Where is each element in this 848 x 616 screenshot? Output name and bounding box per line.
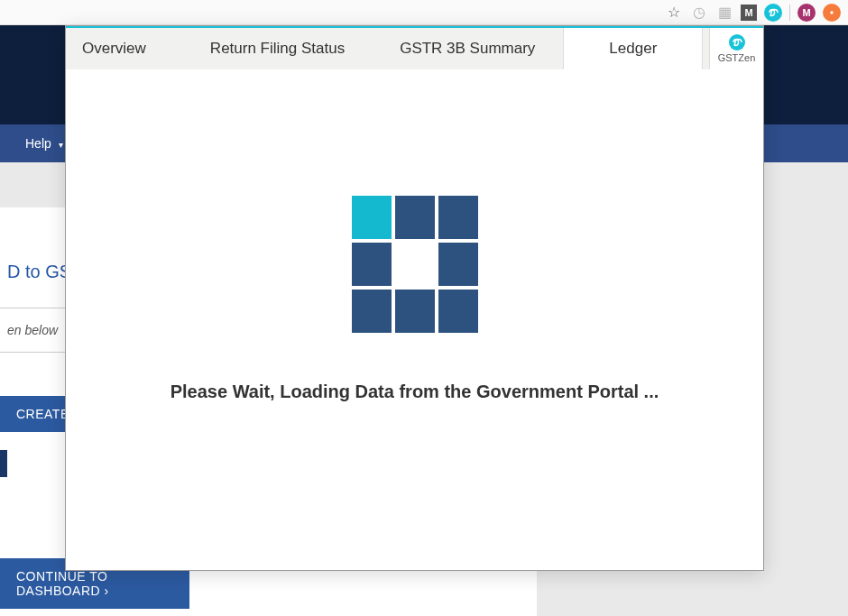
- brand-label: GSTZen: [718, 52, 756, 63]
- help-menu[interactable]: Help ▾: [25, 136, 63, 151]
- tab-return-filing-status[interactable]: Return Filing Status: [183, 28, 373, 69]
- popup-body: Please Wait, Loading Data from the Gover…: [66, 69, 763, 570]
- loader-cell: [395, 196, 435, 239]
- browser-toolbar: ☆ ◷ ▦ M M: [0, 0, 848, 25]
- tab-ledger[interactable]: Ledger: [563, 28, 703, 69]
- toolbar-divider: [789, 5, 790, 21]
- svg-point-0: [830, 11, 833, 14]
- m-extension-icon[interactable]: M: [741, 5, 757, 21]
- loading-message: Please Wait, Loading Data from the Gover…: [171, 382, 659, 402]
- exit-icon[interactable]: [823, 4, 841, 22]
- popup-tab-bar: Overview Return Filing Status GSTR 3B Su…: [66, 26, 763, 69]
- tab-gstr-3b-summary[interactable]: GSTR 3B Summary: [373, 28, 563, 69]
- tab-overview[interactable]: Overview: [66, 28, 183, 69]
- partial-element: [0, 450, 7, 477]
- loader-cell: [438, 290, 478, 333]
- chevron-down-icon: ▾: [59, 140, 63, 150]
- brand-badge[interactable]: GSTZen: [709, 28, 763, 69]
- loader-cell: [352, 243, 392, 286]
- help-label: Help: [25, 136, 51, 151]
- loader-cell: [395, 243, 435, 286]
- gstzen-logo-icon: [729, 34, 745, 51]
- clock-icon[interactable]: ◷: [690, 4, 708, 22]
- loader-cell: [352, 196, 392, 239]
- loading-spinner: [352, 196, 478, 333]
- loader-cell: [395, 290, 435, 333]
- loader-cell: [438, 196, 478, 239]
- star-icon[interactable]: ☆: [665, 4, 683, 22]
- gstzen-extension-icon[interactable]: [764, 4, 782, 22]
- loader-cell: [438, 243, 478, 286]
- extension-popup: Overview Return Filing Status GSTR 3B Su…: [65, 25, 764, 571]
- grid-extension-icon[interactable]: ▦: [715, 4, 733, 22]
- profile-avatar[interactable]: M: [797, 4, 816, 22]
- loader-cell: [352, 290, 392, 333]
